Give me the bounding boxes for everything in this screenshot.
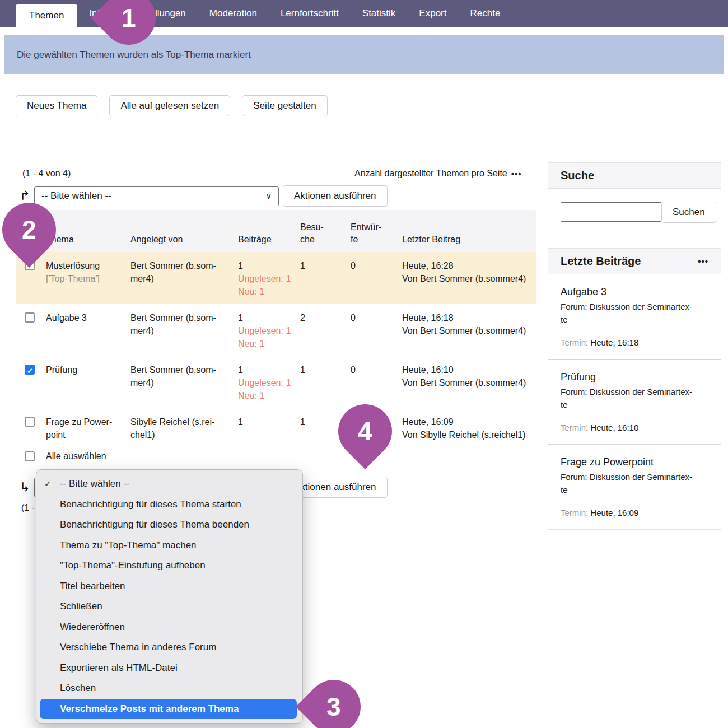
latest-posts-header: Letzte Beiträge ••• — [548, 249, 721, 274]
menu-item-bitte-waehlen[interactable]: ✓ -- Bitte wählen -- — [36, 474, 302, 494]
callout-number: 4 — [358, 416, 372, 446]
select-all-checkbox[interactable] — [25, 451, 35, 461]
menu-item-label: Schließen — [60, 601, 102, 612]
topic-author-link[interactable]: Sibylle Reichel (s.rei- chel1) — [130, 416, 238, 441]
column-header-beitraege: Beiträge — [238, 234, 300, 246]
new-count: Neu: 1 — [238, 389, 296, 402]
per-page-label: Anzahl dargestellter Themen pro Seite — [354, 169, 507, 179]
table-row: Musterlösung ['Top-Thema'] Bert Sommer (… — [16, 252, 536, 304]
apply-to-selection-icon: ↳ — [20, 480, 34, 494]
table-row: Aufgabe 3 Bert Sommer (b.som- mer4) 1 Un… — [16, 304, 536, 356]
search-panel: Suche Suchen — [548, 162, 721, 235]
menu-item-exportieren-html[interactable]: Exportieren als HTML-Datei — [36, 658, 302, 679]
menu-item-benachrichtigung-beenden[interactable]: Benachrichtigung für dieses Thema beende… — [36, 515, 302, 535]
unread-count: Ungelesen: 1 — [238, 272, 296, 285]
list-item: Frage zu Powerpoint Forum: Diskussion de… — [548, 444, 721, 529]
menu-item-label: Benachrichtigung für dieses Thema beende… — [60, 519, 249, 530]
apply-to-selection-icon: ↱ — [20, 189, 34, 203]
search-panel-header: Suche — [548, 163, 721, 189]
posts-count: 1 — [238, 363, 296, 376]
menu-item-top-thema-aufheben[interactable]: "Top-Thema"-Einstufung aufheben — [36, 556, 302, 576]
topics-table: Thema Angelegt von Beiträge Besu- che En… — [16, 210, 536, 447]
visits-count: 2 — [300, 311, 351, 324]
topic-author-link[interactable]: Bert Sommer (b.som- mer4) — [130, 259, 238, 285]
latest-post-title-link[interactable]: Frage zu Powerpoint — [561, 456, 708, 468]
tab-statistik[interactable]: Statistik — [351, 0, 408, 27]
dotted-divider — [561, 502, 708, 502]
menu-item-schliessen[interactable]: Schließen — [36, 596, 302, 617]
chevron-down-icon: ∨ — [266, 192, 272, 200]
menu-item-top-thema-machen[interactable]: Thema zu "Top-Thema" machen — [36, 535, 302, 556]
new-count: Neu: 1 — [238, 285, 296, 298]
latest-posts-panel: Letzte Beiträge ••• Aufgabe 3 Forum: Dis… — [548, 248, 721, 530]
term-label: Termin: — [561, 508, 588, 517]
action-select-top-value: -- Bitte wählen -- — [41, 190, 111, 202]
menu-item-loeschen[interactable]: Löschen — [36, 678, 302, 699]
row-checkbox[interactable] — [25, 312, 35, 323]
select-all-label: Alle auswählen — [46, 451, 106, 461]
menu-item-verschiebe-thema[interactable]: Verschiebe Thema in anderes Forum — [36, 637, 302, 658]
search-button[interactable]: Suchen — [661, 202, 716, 223]
callout-number: 3 — [326, 692, 341, 722]
execute-actions-button-top[interactable]: Aktionen ausführen — [283, 185, 388, 207]
unread-count: Ungelesen: 1 — [238, 376, 296, 389]
last-post-cell: Heute, 16:09 Von Sibylle Reichel (s.reic… — [402, 416, 536, 441]
menu-item-label: Benachrichtigung für dieses Thema starte… — [60, 499, 241, 510]
topic-tag: ['Top-Thema'] — [46, 272, 126, 285]
notification-banner: Die gewählten Themen wurden als Top-Them… — [4, 35, 724, 74]
latest-posts-title: Letzte Beiträge — [561, 255, 641, 268]
row-checkbox[interactable] — [25, 365, 35, 375]
table-header-row: Thema Angelegt von Beiträge Besu- che En… — [16, 210, 536, 252]
topic-author-link[interactable]: Bert Sommer (b.som- mer4) — [130, 363, 238, 389]
drafts-count: 0 — [351, 363, 402, 376]
design-page-button[interactable]: Seite gestalten — [242, 95, 327, 116]
search-input[interactable] — [561, 202, 661, 222]
menu-item-benachrichtigung-starten[interactable]: Benachrichtigung für dieses Thema starte… — [36, 494, 302, 515]
tab-rechte[interactable]: Rechte — [458, 0, 512, 27]
latest-post-forum: Forum: Diskussion der Seminartex- te — [561, 385, 708, 411]
last-post-cell: Heute, 16:10 Von Bert Sommer (b.sommer4) — [402, 363, 536, 389]
result-range-top: (1 - 4 von 4) — [22, 169, 71, 179]
tab-export[interactable]: Export — [407, 0, 458, 27]
mark-all-read-button[interactable]: Alle auf gelesen setzen — [109, 95, 230, 116]
row-checkbox[interactable] — [25, 417, 35, 427]
menu-item-label: Titel bearbeiten — [60, 581, 125, 592]
menu-item-wiedereroeffnen[interactable]: Wiedereröffnen — [36, 617, 302, 638]
table-body: Musterlösung ['Top-Thema'] Bert Sommer (… — [16, 252, 536, 447]
tab-moderation[interactable]: Moderation — [198, 0, 269, 27]
topic-author-link[interactable]: Bert Sommer (b.som- mer4) — [130, 311, 238, 337]
tab-lernfortschritt[interactable]: Lernfortschritt — [269, 0, 351, 27]
menu-item-verschmelze-posts[interactable]: Verschmelze Posts mit anderem Thema — [40, 699, 297, 720]
list-item: Prüfung Forum: Diskussion der Seminartex… — [548, 359, 721, 444]
topic-title-link[interactable]: Frage zu Power- point — [46, 416, 126, 441]
column-header-besuche: Besu- che — [300, 221, 351, 246]
new-count: Neu: 1 — [238, 337, 296, 350]
latest-post-title-link[interactable]: Aufgabe 3 — [561, 286, 708, 298]
menu-item-label: Thema zu "Top-Thema" machen — [60, 540, 197, 551]
menu-item-label: Löschen — [60, 683, 96, 694]
latest-post-title-link[interactable]: Prüfung — [561, 371, 708, 383]
unread-count: Ungelesen: 1 — [238, 324, 296, 337]
panel-menu-icon[interactable]: ••• — [698, 256, 708, 266]
callout-pin-3: 3 — [296, 669, 372, 728]
menu-item-titel-bearbeiten[interactable]: Titel bearbeiten — [36, 576, 302, 597]
per-page-menu-icon[interactable]: ••• — [511, 169, 522, 179]
topic-title-link[interactable]: Musterlösung — [46, 259, 126, 272]
topic-title-link[interactable]: Prüfung — [46, 363, 126, 376]
topic-title-link[interactable]: Aufgabe 3 — [46, 311, 126, 324]
action-select-top[interactable]: -- Bitte wählen -- ∨ — [34, 186, 279, 206]
latest-post-forum: Forum: Diskussion der Seminartex- te — [561, 300, 708, 326]
dotted-divider — [561, 332, 708, 332]
column-header-entwuerfe: Entwür- fe — [351, 221, 402, 246]
posts-count: 1 — [238, 259, 296, 272]
column-header-thema: Thema — [46, 234, 130, 246]
last-post-cell: Heute, 16:18 Von Bert Sommer (b.sommer4) — [402, 311, 536, 337]
new-topic-button[interactable]: Neues Thema — [16, 95, 97, 116]
drafts-count: 0 — [351, 259, 402, 272]
tab-themen[interactable]: Themen — [16, 4, 77, 27]
dotted-divider — [561, 417, 708, 417]
table-row: Frage zu Power- point Sibylle Reichel (s… — [16, 408, 536, 447]
table-row: Prüfung Bert Sommer (b.som- mer4) 1 Unge… — [16, 356, 536, 408]
menu-item-label: "Top-Thema"-Einstufung aufheben — [60, 560, 206, 571]
notification-text: Die gewählten Themen wurden als Top-Them… — [17, 49, 251, 60]
